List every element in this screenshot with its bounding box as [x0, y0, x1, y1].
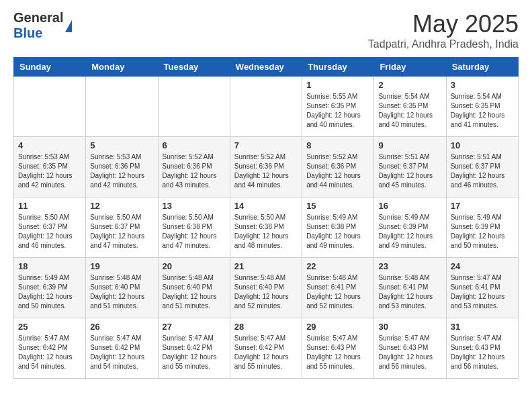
- day-number: 29: [306, 322, 369, 332]
- day-number: 18: [18, 261, 81, 271]
- day-info: Sunrise: 5:53 AM Sunset: 6:36 PM Dayligh…: [90, 152, 153, 190]
- day-info: Sunrise: 5:50 AM Sunset: 6:37 PM Dayligh…: [90, 213, 153, 250]
- calendar-cell: 20Sunrise: 5:48 AM Sunset: 6:40 PM Dayli…: [158, 258, 230, 318]
- calendar-cell: 26Sunrise: 5:47 AM Sunset: 6:42 PM Dayli…: [86, 318, 158, 379]
- day-number: 14: [234, 201, 298, 211]
- day-number: 30: [378, 322, 441, 332]
- day-info: Sunrise: 5:51 AM Sunset: 6:37 PM Dayligh…: [378, 152, 441, 190]
- calendar-cell: 5Sunrise: 5:53 AM Sunset: 6:36 PM Daylig…: [86, 137, 158, 197]
- day-info: Sunrise: 5:55 AM Sunset: 6:35 PM Dayligh…: [306, 92, 369, 130]
- day-info: Sunrise: 5:48 AM Sunset: 6:40 PM Dayligh…: [163, 273, 226, 311]
- calendar-week-row: 1Sunrise: 5:55 AM Sunset: 6:35 PM Daylig…: [14, 77, 519, 137]
- day-info: Sunrise: 5:47 AM Sunset: 6:42 PM Dayligh…: [234, 334, 298, 371]
- day-number: 16: [378, 201, 441, 211]
- day-number: 7: [234, 140, 298, 150]
- day-number: 2: [378, 80, 441, 90]
- day-info: Sunrise: 5:50 AM Sunset: 6:38 PM Dayligh…: [234, 213, 298, 250]
- day-number: 10: [451, 140, 514, 150]
- calendar-cell: 19Sunrise: 5:48 AM Sunset: 6:40 PM Dayli…: [86, 258, 158, 318]
- col-sunday: Sunday: [14, 58, 86, 77]
- calendar-cell: 27Sunrise: 5:47 AM Sunset: 6:42 PM Dayli…: [158, 318, 230, 379]
- title-section: May 2025 Tadpatri, Andhra Pradesh, India: [368, 10, 519, 50]
- calendar-header-row: Sunday Monday Tuesday Wednesday Thursday…: [14, 58, 519, 77]
- calendar-cell: 14Sunrise: 5:50 AM Sunset: 6:38 PM Dayli…: [230, 197, 302, 258]
- calendar-cell: 24Sunrise: 5:47 AM Sunset: 6:41 PM Dayli…: [446, 258, 518, 318]
- col-tuesday: Tuesday: [158, 58, 230, 77]
- day-info: Sunrise: 5:48 AM Sunset: 6:40 PM Dayligh…: [90, 273, 153, 311]
- day-number: 23: [378, 261, 441, 271]
- calendar-cell: 10Sunrise: 5:51 AM Sunset: 6:37 PM Dayli…: [446, 137, 518, 197]
- day-info: Sunrise: 5:49 AM Sunset: 6:38 PM Dayligh…: [306, 213, 369, 250]
- day-number: 24: [451, 261, 514, 271]
- calendar-cell: 12Sunrise: 5:50 AM Sunset: 6:37 PM Dayli…: [86, 197, 158, 258]
- day-number: 9: [378, 140, 441, 150]
- day-info: Sunrise: 5:48 AM Sunset: 6:41 PM Dayligh…: [306, 273, 369, 311]
- calendar-cell: 11Sunrise: 5:50 AM Sunset: 6:37 PM Dayli…: [14, 197, 86, 258]
- day-number: 1: [306, 80, 369, 90]
- calendar-cell: 30Sunrise: 5:47 AM Sunset: 6:43 PM Dayli…: [374, 318, 446, 379]
- calendar-cell: 21Sunrise: 5:48 AM Sunset: 6:40 PM Dayli…: [230, 258, 302, 318]
- calendar-week-row: 18Sunrise: 5:49 AM Sunset: 6:39 PM Dayli…: [14, 258, 519, 318]
- day-number: 5: [90, 140, 153, 150]
- calendar-cell: 22Sunrise: 5:48 AM Sunset: 6:41 PM Dayli…: [302, 258, 374, 318]
- day-info: Sunrise: 5:52 AM Sunset: 6:36 PM Dayligh…: [306, 152, 369, 190]
- day-info: Sunrise: 5:51 AM Sunset: 6:37 PM Dayligh…: [451, 152, 514, 190]
- calendar-cell: 8Sunrise: 5:52 AM Sunset: 6:36 PM Daylig…: [302, 137, 374, 197]
- day-info: Sunrise: 5:49 AM Sunset: 6:39 PM Dayligh…: [18, 273, 81, 311]
- day-number: 13: [163, 201, 226, 211]
- calendar-cell: 28Sunrise: 5:47 AM Sunset: 6:42 PM Dayli…: [230, 318, 302, 379]
- day-info: Sunrise: 5:54 AM Sunset: 6:35 PM Dayligh…: [451, 92, 514, 130]
- day-number: 21: [234, 261, 298, 271]
- day-number: 12: [90, 201, 153, 211]
- day-info: Sunrise: 5:47 AM Sunset: 6:41 PM Dayligh…: [451, 273, 514, 311]
- day-number: 31: [451, 322, 514, 332]
- day-info: Sunrise: 5:48 AM Sunset: 6:41 PM Dayligh…: [378, 273, 441, 311]
- calendar-cell: 29Sunrise: 5:47 AM Sunset: 6:43 PM Dayli…: [302, 318, 374, 379]
- day-info: Sunrise: 5:47 AM Sunset: 6:43 PM Dayligh…: [451, 334, 514, 371]
- col-saturday: Saturday: [446, 58, 518, 77]
- day-info: Sunrise: 5:49 AM Sunset: 6:39 PM Dayligh…: [378, 213, 441, 250]
- day-info: Sunrise: 5:50 AM Sunset: 6:37 PM Dayligh…: [18, 213, 81, 250]
- calendar-cell: 31Sunrise: 5:47 AM Sunset: 6:43 PM Dayli…: [446, 318, 518, 379]
- calendar-cell: 17Sunrise: 5:49 AM Sunset: 6:39 PM Dayli…: [446, 197, 518, 258]
- col-monday: Monday: [86, 58, 158, 77]
- col-thursday: Thursday: [302, 58, 374, 77]
- day-number: 15: [306, 201, 369, 211]
- calendar-cell: 7Sunrise: 5:52 AM Sunset: 6:36 PM Daylig…: [230, 137, 302, 197]
- day-info: Sunrise: 5:50 AM Sunset: 6:38 PM Dayligh…: [163, 213, 226, 250]
- calendar-cell: 1Sunrise: 5:55 AM Sunset: 6:35 PM Daylig…: [302, 77, 374, 137]
- day-number: 19: [90, 261, 153, 271]
- day-info: Sunrise: 5:52 AM Sunset: 6:36 PM Dayligh…: [163, 152, 226, 190]
- day-number: 4: [18, 140, 81, 150]
- calendar-cell: 6Sunrise: 5:52 AM Sunset: 6:36 PM Daylig…: [158, 137, 230, 197]
- day-number: 25: [18, 322, 81, 332]
- day-number: 6: [163, 140, 226, 150]
- day-number: 26: [90, 322, 153, 332]
- calendar-table: Sunday Monday Tuesday Wednesday Thursday…: [13, 57, 519, 379]
- calendar-cell: 2Sunrise: 5:54 AM Sunset: 6:35 PM Daylig…: [374, 77, 446, 137]
- calendar-cell: [14, 77, 86, 137]
- calendar-cell: [86, 77, 158, 137]
- day-info: Sunrise: 5:52 AM Sunset: 6:36 PM Dayligh…: [234, 152, 298, 190]
- calendar-week-row: 11Sunrise: 5:50 AM Sunset: 6:37 PM Dayli…: [14, 197, 519, 258]
- header: General Blue May 2025 Tadpatri, Andhra P…: [13, 10, 519, 50]
- day-number: 8: [306, 140, 369, 150]
- logo-triangle-icon: [65, 20, 72, 32]
- calendar-cell: 16Sunrise: 5:49 AM Sunset: 6:39 PM Dayli…: [374, 197, 446, 258]
- day-info: Sunrise: 5:47 AM Sunset: 6:42 PM Dayligh…: [90, 334, 153, 371]
- location-subtitle: Tadpatri, Andhra Pradesh, India: [368, 38, 519, 50]
- col-wednesday: Wednesday: [230, 58, 302, 77]
- day-info: Sunrise: 5:47 AM Sunset: 6:42 PM Dayligh…: [18, 334, 81, 371]
- calendar-cell: [230, 77, 302, 137]
- day-number: 20: [163, 261, 226, 271]
- day-number: 28: [234, 322, 298, 332]
- calendar-cell: 23Sunrise: 5:48 AM Sunset: 6:41 PM Dayli…: [374, 258, 446, 318]
- day-info: Sunrise: 5:47 AM Sunset: 6:43 PM Dayligh…: [306, 334, 369, 371]
- day-number: 11: [18, 201, 81, 211]
- day-info: Sunrise: 5:47 AM Sunset: 6:42 PM Dayligh…: [163, 334, 226, 371]
- day-info: Sunrise: 5:47 AM Sunset: 6:43 PM Dayligh…: [378, 334, 441, 371]
- calendar-cell: 13Sunrise: 5:50 AM Sunset: 6:38 PM Dayli…: [158, 197, 230, 258]
- day-info: Sunrise: 5:53 AM Sunset: 6:35 PM Dayligh…: [18, 152, 81, 190]
- page: General Blue May 2025 Tadpatri, Andhra P…: [0, 0, 532, 389]
- col-friday: Friday: [374, 58, 446, 77]
